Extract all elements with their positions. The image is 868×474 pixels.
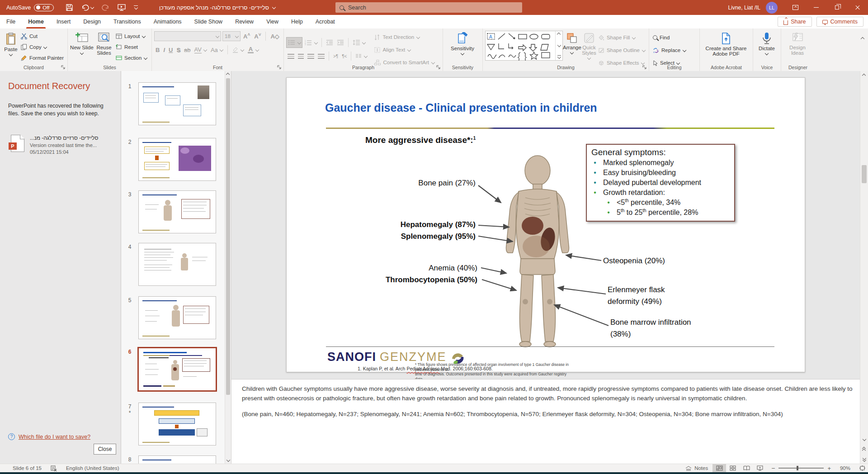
bold-button[interactable]: B — [154, 44, 161, 55]
slide-title[interactable]: Gaucher disease - Clinical presentation … — [325, 101, 597, 114]
font-name-combo[interactable] — [154, 31, 221, 41]
reset-button[interactable]: Reset — [114, 42, 148, 52]
which-file-link[interactable]: Which file do I want to save? — [19, 434, 90, 440]
fit-slide-button[interactable] — [855, 464, 868, 472]
create-share-pdf-button[interactable]: Create and Share Adobe PDF — [702, 31, 750, 63]
tab-review[interactable]: Review — [229, 15, 260, 28]
section-button[interactable]: Section — [114, 52, 148, 63]
tab-file[interactable]: File — [0, 15, 22, 28]
search-box[interactable] — [335, 2, 522, 13]
slide-thumbnail-7[interactable]: 7* — [121, 403, 225, 446]
shrink-font-button[interactable]: A˅ — [253, 31, 262, 42]
zoom-slider-thumb[interactable] — [797, 466, 798, 470]
slideshow-view-button[interactable] — [753, 464, 767, 472]
tab-design[interactable]: Design — [77, 15, 107, 28]
columns-button[interactable] — [354, 51, 368, 62]
slide-thumbnail-8[interactable]: 8 — [121, 455, 225, 464]
avatar[interactable]: LL — [766, 2, 778, 14]
notes-paragraph-1[interactable]: Children with Gaucher symptoms usually h… — [242, 384, 854, 403]
shapes-scroll-up-icon[interactable] — [557, 33, 561, 36]
quick-styles-button[interactable]: Quick Styles — [581, 31, 597, 63]
shape-fill-button[interactable]: Shape Fill — [597, 32, 646, 43]
copy-button[interactable]: Copy — [19, 42, 65, 52]
tab-help[interactable]: Help — [285, 15, 309, 28]
design-ideas-button[interactable]: Design Ideas — [783, 31, 811, 63]
grow-font-button[interactable]: A˄ — [242, 31, 251, 42]
decrease-indent-button[interactable] — [325, 37, 335, 48]
previous-slide-button[interactable] — [860, 446, 868, 453]
numbering-button[interactable]: 123 — [303, 37, 319, 48]
highlight-color-button[interactable] — [231, 44, 245, 55]
zoom-in-button[interactable]: + — [827, 464, 835, 472]
redo-icon[interactable] — [102, 4, 109, 11]
slide-thumbnail-1[interactable]: 1 — [121, 82, 225, 125]
notes-paragraph-2[interactable]: (Bone pain, N=460; Hepatomegaly, N=237; … — [242, 409, 854, 419]
zoom-out-button[interactable]: − — [767, 464, 775, 472]
scroll-up-icon[interactable] — [860, 72, 868, 79]
callout-anemia-thrombo[interactable]: Anemia (40%) Thrombocytopenia (50%) — [386, 262, 477, 286]
change-case-button[interactable]: Aa — [209, 44, 225, 55]
font-dialog-launcher-icon[interactable] — [277, 65, 282, 70]
autosave-control[interactable]: AutoSave Off — [6, 4, 54, 11]
shape-outline-button[interactable]: Shape Outline — [597, 45, 646, 56]
increase-indent-button[interactable] — [335, 37, 345, 48]
drawing-dialog-launcher-icon[interactable] — [642, 65, 647, 70]
zoom-slider[interactable] — [778, 468, 824, 469]
user-name[interactable]: Livne, Liat /IL — [728, 5, 760, 11]
recovery-help[interactable]: ? Which file do I want to save? — [8, 433, 90, 440]
slide-subtitle[interactable]: More aggressive disease*:1 — [365, 135, 476, 145]
current-slide[interactable]: Gaucher disease - Clinical presentation … — [286, 77, 805, 372]
tab-view[interactable]: View — [260, 15, 285, 28]
align-text-button[interactable]: Align Text — [373, 44, 436, 55]
share-button[interactable]: Share — [778, 17, 811, 27]
tab-home[interactable]: Home — [22, 15, 50, 28]
collapse-ribbon-icon[interactable] — [861, 36, 864, 41]
normal-view-button[interactable] — [712, 464, 726, 472]
slide-thumbnail-6-current[interactable]: 6 — [121, 348, 225, 391]
paste-button[interactable]: Paste — [2, 31, 19, 63]
align-left-button[interactable] — [286, 51, 296, 62]
slide-thumbnail-4[interactable]: 4 — [121, 243, 225, 286]
reading-view-button[interactable] — [740, 464, 753, 472]
justify-button[interactable] — [316, 51, 326, 62]
notes-toggle-button[interactable]: Notes — [681, 464, 712, 472]
slide-sorter-view-button[interactable] — [726, 464, 740, 472]
undo-dropdown-icon[interactable] — [90, 6, 94, 9]
strikethrough-button[interactable]: ab — [183, 44, 192, 55]
shapes-more-icon[interactable] — [557, 55, 561, 59]
next-slide-button[interactable] — [860, 456, 868, 463]
scrollbar-thumb[interactable] — [862, 165, 867, 183]
replace-button[interactable]: bcReplace — [651, 45, 697, 56]
undo-button[interactable] — [81, 4, 94, 11]
shapes-scroll-down-icon[interactable] — [557, 44, 561, 47]
thumb-scroll-thumb[interactable] — [226, 78, 230, 395]
slide-counter[interactable]: Slide 6 of 15 — [0, 464, 46, 472]
callout-bone-marrow[interactable]: Bone marrow infiltration (38%) — [610, 317, 691, 340]
align-center-button[interactable] — [297, 51, 305, 62]
zoom-level[interactable]: 90% — [835, 464, 855, 472]
callout-osteopenia[interactable]: Osteopenia (20%) — [603, 255, 665, 267]
layout-button[interactable]: Layout — [114, 31, 148, 42]
rtl-direction-button[interactable]: ¶< — [340, 51, 348, 62]
document-title[interactable]: סליידים- סרזיים סרדלגה- מנהל אספקה מעודכ… — [159, 0, 276, 15]
text-shadow-button[interactable]: S — [175, 44, 182, 55]
format-painter-button[interactable]: Format Painter — [19, 52, 65, 63]
recovery-close-button[interactable]: Close — [94, 444, 116, 455]
shapes-gallery[interactable]: A — [485, 31, 563, 61]
italic-button[interactable]: I — [162, 44, 166, 55]
clipboard-dialog-launcher-icon[interactable] — [61, 65, 66, 70]
dictate-button[interactable]: Dictate — [755, 31, 778, 63]
callout-bone-pain[interactable]: Bone pain (27%) — [418, 177, 476, 189]
bullets-button[interactable] — [286, 37, 302, 48]
spell-check-icon[interactable] — [46, 464, 61, 472]
slide-thumbnail-3[interactable]: 3 — [121, 190, 225, 233]
slide-thumbnail-2[interactable]: 2 — [121, 138, 225, 181]
new-slide-button[interactable]: New Slide — [70, 31, 94, 63]
scroll-down-icon[interactable] — [860, 436, 868, 443]
slide-thumbnail-5[interactable]: 5 — [121, 296, 225, 339]
title-dropdown-icon[interactable] — [273, 6, 276, 9]
align-right-button[interactable] — [306, 51, 316, 62]
tab-transitions[interactable]: Transitions — [107, 15, 147, 28]
recovered-file-item[interactable]: P סליידים- סרזיים סרדלגה- מנ... Version … — [11, 135, 116, 155]
find-button[interactable]: Find — [651, 32, 697, 43]
